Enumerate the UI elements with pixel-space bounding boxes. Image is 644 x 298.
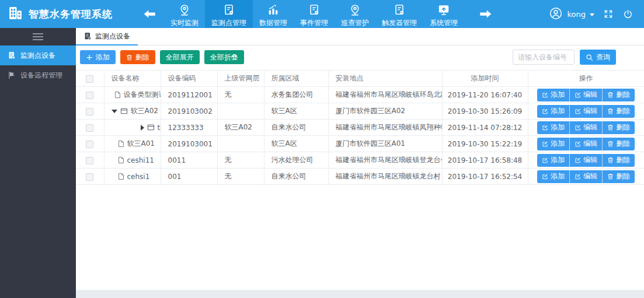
row-checkbox[interactable] — [86, 141, 93, 148]
nav-item-realtime-monitoring[interactable]: 实时监测 — [164, 0, 205, 28]
edit-icon — [575, 92, 581, 98]
doc-badge-icon — [8, 51, 16, 59]
row-actions: 添加编辑删除 — [537, 89, 635, 101]
sidebar-item-monitoring-point-devices[interactable]: 监测点设备 — [0, 45, 76, 65]
parent-network-layer: 无 — [217, 152, 264, 169]
nav-item-label: 巡查管护 — [341, 18, 369, 28]
main-content: 监测点设备 + 添加 删除 全部展开 全部折叠 查询 — [76, 28, 644, 298]
row-checkbox[interactable] — [86, 92, 93, 99]
table-row: ceshi110011无污水处理公司福建省福州市马尾区琅岐镇登龙台公园2019-… — [76, 152, 644, 169]
parent-network-layer — [217, 103, 264, 120]
main-nav: 实时监测监测点管理数据管理事件管理巡查管护触发器管理系统管理 — [164, 0, 464, 28]
user-area: kong — [549, 6, 644, 22]
row-edit-button[interactable]: 编辑 — [569, 121, 602, 134]
added-time: 2019-11-20 16:07:40 — [442, 87, 528, 103]
expand-all-button[interactable]: 全部展开 — [160, 50, 200, 64]
device-name: 设备类型测试 — [124, 90, 161, 100]
row-delete-button[interactable]: 删除 — [602, 105, 635, 118]
region: 自来水公司 — [264, 169, 328, 185]
nav-item-label: 系统管理 — [430, 18, 458, 28]
monitor-icon — [437, 3, 450, 17]
nav-scroll-right-arrow-icon[interactable] — [479, 10, 492, 18]
tab-monitoring-point-devices[interactable]: 监测点设备 — [76, 28, 138, 45]
nav-item-monitoring-point-management[interactable]: 监测点管理 — [205, 0, 253, 28]
table-row: cehsi1001无自来水公司福建省福州市马尾区琅岐镇龙台村2019-10-17… — [76, 169, 644, 185]
row-actions: 添加编辑删除 — [537, 170, 635, 183]
trash-icon — [607, 124, 614, 131]
install-location: 福建省福州市马尾区琅岐镇登龙台公园 — [328, 152, 442, 169]
sidebar-collapse-icon[interactable] — [0, 28, 76, 45]
plus-icon: + — [86, 53, 93, 61]
row-add-button[interactable]: 添加 — [537, 105, 569, 118]
device-name: cehsi1 — [127, 173, 150, 181]
pin-icon — [178, 3, 191, 17]
row-checkbox[interactable] — [86, 108, 93, 115]
chevron-down-icon — [590, 13, 594, 16]
row-actions: 添加编辑删除 — [537, 121, 635, 134]
device-code-search-input[interactable] — [513, 50, 575, 65]
app-title: 智慧水务管理系统 — [29, 8, 113, 21]
row-checkbox[interactable] — [86, 157, 93, 164]
power-icon[interactable] — [622, 9, 633, 20]
row-edit-button[interactable]: 编辑 — [569, 105, 602, 118]
tree-caret-down-icon[interactable] — [112, 110, 117, 113]
added-time: 2019-10-17 16:58:48 — [442, 152, 528, 169]
edit-icon — [575, 108, 581, 114]
row-actions: 添加编辑删除 — [537, 138, 635, 150]
nav-item-data-management[interactable]: 数据管理 — [253, 0, 294, 28]
app-window: 智慧水务管理系统 实时监测监测点管理数据管理事件管理巡查管护触发器管理系统管理 … — [0, 0, 644, 298]
sidebar-item-device-remote-management[interactable]: 设备远程管理 — [0, 65, 76, 85]
edit-icon — [542, 157, 548, 163]
search-icon — [586, 54, 593, 61]
row-add-button[interactable]: 添加 — [537, 170, 569, 183]
window-icon — [147, 124, 155, 131]
row-delete-button[interactable]: 删除 — [602, 89, 635, 101]
nav-scroll-left-arrow-icon[interactable] — [144, 10, 156, 18]
select-all-checkbox[interactable] — [86, 75, 93, 83]
collapse-all-button[interactable]: 全部折叠 — [204, 50, 244, 64]
row-delete-button[interactable]: 删除 — [602, 170, 635, 183]
tree-caret-right-icon[interactable] — [141, 125, 144, 131]
edit-icon — [542, 92, 548, 98]
row-checkbox[interactable] — [86, 124, 93, 132]
nav-item-event-management[interactable]: 事件管理 — [294, 0, 335, 28]
app-logo: 智慧水务管理系统 — [0, 5, 135, 23]
trash-icon — [607, 157, 614, 163]
install-location: 福建省福州市马尾区琅岐镇龙台村 — [328, 169, 442, 185]
device-code: 12333333 — [161, 120, 217, 136]
nav-item-inspection-management[interactable]: 巡查管护 — [335, 0, 375, 28]
row-checkbox[interactable] — [86, 173, 93, 181]
delete-button[interactable]: 删除 — [120, 50, 155, 64]
add-button[interactable]: + 添加 — [80, 50, 116, 64]
row-edit-button[interactable]: 编辑 — [569, 138, 602, 150]
edit-icon — [575, 124, 581, 131]
row-add-button[interactable]: 添加 — [537, 121, 569, 134]
row-edit-button[interactable]: 编辑 — [569, 89, 602, 101]
row-add-button[interactable]: 添加 — [537, 89, 569, 101]
query-button[interactable]: 查询 — [580, 50, 616, 65]
nav-item-system-management[interactable]: 系统管理 — [423, 0, 464, 28]
nav-item-label: 实时监测 — [170, 18, 199, 28]
nav-item-label: 触发器管理 — [382, 18, 417, 28]
device-code: 0011 — [161, 152, 217, 169]
toolbar: + 添加 删除 全部展开 全部折叠 查询 — [80, 50, 644, 65]
nav-item-trigger-management[interactable]: 触发器管理 — [375, 0, 423, 28]
user-menu[interactable]: kong — [549, 6, 594, 22]
file-icon — [114, 91, 121, 99]
doc-gear-icon — [222, 3, 235, 17]
nav-item-label: 事件管理 — [300, 18, 328, 28]
search-area: 查询 — [513, 50, 616, 65]
device-name: 软三A01 — [127, 139, 155, 149]
row-actions: 添加编辑删除 — [537, 105, 635, 118]
row-edit-button[interactable]: 编辑 — [569, 170, 602, 183]
edit-icon — [542, 173, 548, 180]
row-delete-button[interactable]: 删除 — [602, 138, 635, 150]
row-add-button[interactable]: 添加 — [537, 138, 569, 150]
column-header: 添加时间 — [442, 71, 528, 87]
flag-icon — [8, 71, 16, 79]
row-delete-button[interactable]: 删除 — [602, 121, 635, 134]
row-delete-button[interactable]: 删除 — [602, 154, 635, 167]
row-edit-button[interactable]: 编辑 — [569, 154, 602, 167]
fullscreen-icon[interactable] — [603, 9, 614, 19]
row-add-button[interactable]: 添加 — [537, 154, 569, 167]
